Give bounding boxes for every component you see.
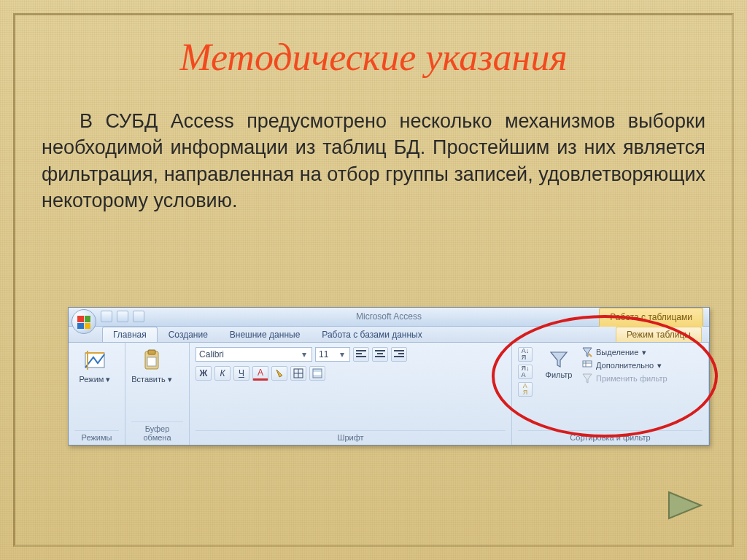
apply-filter-icon [582, 373, 592, 384]
svg-rect-3 [147, 357, 156, 366]
align-right-icon [394, 350, 404, 359]
tab-create[interactable]: Создание [158, 327, 219, 342]
ribbon-tabs: Главная Создание Внешние данные Работа с… [69, 327, 709, 343]
slide-frame: Методические указания В СУБД Access пред… [13, 13, 734, 547]
chevron-down-icon: ▾ [338, 349, 347, 359]
paste-icon [140, 349, 163, 372]
clear-sort-icon: АЯ [523, 383, 528, 396]
italic-button[interactable]: К [214, 366, 231, 381]
group-sort-filter-label: Сортировка и фильтр [518, 430, 703, 443]
tab-home[interactable]: Главная [102, 327, 158, 342]
fill-color-button[interactable] [271, 366, 287, 381]
advanced-icon [582, 360, 592, 370]
align-center-icon [375, 350, 385, 359]
view-button[interactable]: Режим ▾ [74, 347, 115, 384]
align-left-button[interactable] [353, 347, 369, 362]
next-slide-button[interactable] [665, 488, 705, 523]
underline-button[interactable]: Ч [233, 366, 249, 381]
font-name-combo[interactable]: Calibri▾ [196, 347, 312, 362]
tab-table-mode[interactable]: Режим таблицы [616, 327, 702, 342]
alt-row-color-icon [312, 368, 322, 378]
selection-icon [582, 347, 592, 357]
font-name-value: Calibri [199, 349, 224, 359]
align-right-button[interactable] [391, 347, 407, 362]
paste-button-label: Вставить [131, 375, 166, 384]
slide-title: Методические указания [15, 15, 732, 79]
svg-rect-6 [313, 372, 322, 375]
group-font-label: Шрифт [196, 430, 506, 443]
filter-button-label: Фильтр [540, 370, 578, 379]
selection-filter-option[interactable]: Выделение ▾ [582, 347, 667, 357]
group-sort-filter: А↓Я Я↓А АЯ Фильтр Выделение ▾ [512, 343, 709, 445]
bold-button[interactable]: Ж [196, 366, 212, 381]
clear-sort-button[interactable]: АЯ [518, 382, 533, 397]
sort-desc-button[interactable]: Я↓А [518, 365, 533, 379]
gridlines-button[interactable] [290, 366, 306, 381]
slide-body-text: В СУБД Access предусмотрено несколько ме… [15, 79, 732, 214]
chevron-down-icon: ▾ [657, 361, 662, 370]
group-views: Режим ▾ Режимы [69, 343, 125, 445]
sort-asc-button[interactable]: А↓Я [518, 347, 533, 362]
advanced-filter-label: Дополнительно [596, 361, 654, 370]
fill-color-icon [274, 368, 285, 378]
gridlines-icon [293, 368, 303, 378]
font-size-combo[interactable]: 11▾ [315, 347, 350, 362]
tab-database-tools[interactable]: Работа с базами данных [311, 327, 433, 342]
align-left-icon [356, 350, 366, 359]
apply-filter-option[interactable]: Применить фильтр [582, 373, 667, 384]
next-arrow-icon [665, 488, 705, 523]
group-font: Calibri▾ 11▾ Ж К Ч A [190, 343, 512, 445]
svg-marker-10 [669, 492, 701, 518]
access-ribbon-screenshot: Microsoft Access Работа с таблицами Глав… [68, 307, 710, 446]
group-views-label: Режимы [74, 430, 119, 443]
apply-filter-label: Применить фильтр [596, 374, 667, 383]
ribbon-groups: Режим ▾ Режимы Вставить ▾ Буфер обмена [69, 343, 709, 445]
funnel-icon [549, 350, 568, 369]
svg-rect-7 [313, 375, 322, 378]
sort-desc-icon: Я↓А [522, 365, 530, 378]
titlebar: Microsoft Access Работа с таблицами [69, 308, 709, 327]
chevron-down-icon: ▾ [300, 349, 309, 359]
chevron-down-icon: ▾ [106, 375, 110, 384]
office-logo-icon [77, 316, 90, 329]
align-center-button[interactable] [372, 347, 388, 362]
chevron-down-icon: ▾ [642, 348, 646, 357]
svg-rect-2 [148, 350, 155, 354]
svg-rect-9 [583, 361, 592, 367]
advanced-filter-option[interactable]: Дополнительно ▾ [582, 360, 667, 370]
paste-button[interactable]: Вставить ▾ [131, 347, 172, 384]
alt-row-color-button[interactable] [309, 366, 325, 381]
font-size-value: 11 [319, 349, 328, 359]
tab-external-data[interactable]: Внешние данные [219, 327, 311, 342]
office-button[interactable] [71, 309, 96, 334]
font-color-button[interactable]: A [252, 366, 268, 381]
group-clipboard-label: Буфер обмена [131, 421, 183, 443]
chevron-down-icon: ▾ [168, 375, 172, 384]
sort-asc-icon: А↓Я [522, 348, 530, 361]
contextual-tab-title: Работа с таблицами [599, 308, 703, 327]
svg-rect-5 [313, 369, 322, 372]
view-button-label: Режим [80, 375, 104, 384]
filter-button[interactable]: Фильтр [540, 347, 578, 397]
view-icon [83, 349, 107, 372]
selection-filter-label: Выделение [596, 348, 638, 357]
group-clipboard: Вставить ▾ Буфер обмена [125, 343, 190, 445]
